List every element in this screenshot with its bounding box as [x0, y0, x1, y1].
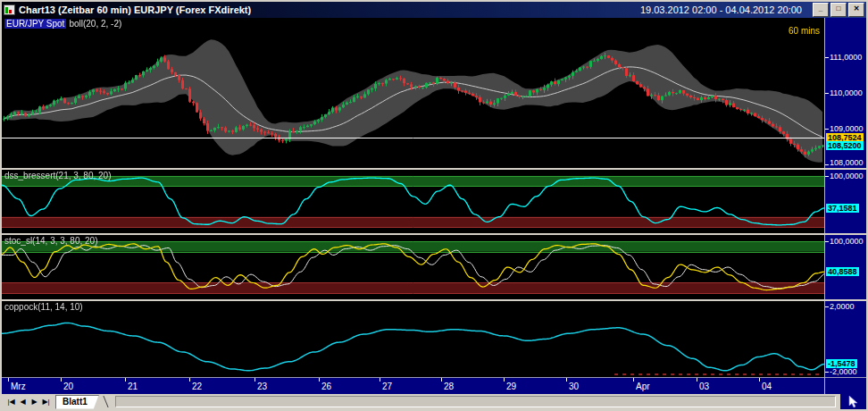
coppock-indicator-label: coppock(11, 14, 10) — [4, 302, 83, 312]
window-title: Chart13 (Zeitbar 60 min) EURJPY (Forex F… — [19, 4, 251, 15]
axis-tick-label: 100,0000 — [830, 237, 864, 246]
time-axis-label: 23 — [257, 382, 267, 391]
axis-tickmark — [825, 164, 829, 165]
time-tickmark — [255, 378, 255, 382]
time-tickmark — [759, 378, 760, 382]
price-series-label: EUR/JPY Spotboll(20, 2, -2) — [4, 19, 121, 29]
time-tickmark — [125, 378, 126, 382]
time-axis-label: 29 — [506, 382, 516, 391]
next-sheet-button[interactable]: ▶ — [29, 395, 40, 408]
axis-tickmark — [825, 372, 829, 373]
maximize-button[interactable]: □ — [830, 3, 847, 17]
time-tickmark — [441, 378, 442, 382]
price-panel-row: EUR/JPY Spotboll(20, 2, -2) 60 mins 111,… — [2, 18, 866, 168]
time-tickmark — [697, 378, 697, 382]
time-tickmark — [8, 378, 9, 382]
time-tickmark — [633, 378, 634, 382]
axis-tickmark — [825, 57, 829, 58]
timeframe-label: 60 mins — [789, 26, 820, 36]
coppock-axis[interactable]: 2,0000-2,0000-1,5478 — [824, 301, 866, 377]
dss-panel-row: dss_bressert(21, 3, 80, 20) 100,000037,1… — [2, 170, 866, 233]
minimize-button[interactable]: _ — [813, 3, 829, 17]
sheet-tab-blatt1[interactable]: Blatt1 — [55, 395, 99, 409]
axis-tickmark — [825, 241, 829, 242]
chart-icon — [4, 4, 15, 15]
time-axis-label: 04 — [762, 382, 772, 391]
stoc-indicator-label: stoc_sl(14, 3, 3, 80, 20) — [4, 236, 98, 246]
time-axis-label: 22 — [192, 382, 202, 391]
coppock-panel-row: coppock(11, 14, 10) 2,0000-2,0000-1,5478 — [2, 301, 866, 377]
bollinger-indicator-label: boll(20, 2, -2) — [69, 19, 121, 29]
time-axis-label: 21 — [128, 382, 138, 391]
cursor-pointer-icon — [848, 396, 859, 408]
time-axis-label: 30 — [569, 382, 579, 391]
stoc-panel-row: stoc_sl(14, 3, 3, 80, 20) 100,000040,858… — [2, 235, 866, 299]
price-chart-canvas[interactable] — [2, 18, 824, 168]
axis-tick-label: 2,0000 — [830, 302, 855, 311]
dss-indicator-label: dss_bressert(21, 3, 80, 20) — [4, 171, 112, 180]
time-tickmark — [319, 378, 320, 382]
axis-tickmark — [825, 176, 829, 177]
axis-tickmark — [825, 93, 829, 94]
axis-tick-label: 111,0000 — [830, 53, 862, 62]
time-axis-label: 28 — [444, 382, 454, 391]
time-axis-label: Apr — [636, 382, 650, 391]
axis-tickmark — [825, 306, 829, 307]
time-axis-row: Mrz202122232627282930Apr0304 — [2, 377, 866, 394]
close-button[interactable]: ✕ — [848, 3, 864, 17]
axis-value-badge: 40,8588 — [826, 267, 859, 276]
time-tickmark — [61, 378, 62, 382]
titlebar[interactable]: Chart13 (Zeitbar 60 min) EURJPY (Forex F… — [2, 2, 866, 18]
time-axis[interactable]: Mrz202122232627282930Apr0304 — [2, 377, 824, 394]
axis-value-badge: -1,5478 — [826, 359, 857, 368]
axis-value-badge: 108,5200 — [826, 141, 864, 150]
tab-edge-divider — [103, 396, 108, 407]
first-sheet-button[interactable]: |◀ — [5, 395, 17, 408]
time-tickmark — [504, 378, 505, 382]
axis-tick-label: 109,0000 — [830, 124, 864, 133]
time-axis-label: 26 — [321, 382, 331, 391]
stoc-axis[interactable]: 100,000040,8588 — [824, 235, 866, 299]
dss-axis[interactable]: 100,000037,1581 — [824, 170, 866, 233]
time-tickmark — [380, 378, 380, 382]
titlebar-date-range: 19.03.2012 02:00 - 04.04.2012 20:00 — [640, 4, 802, 15]
axis-tick-label: 108,0000 — [830, 158, 864, 167]
time-axis-corner — [824, 377, 866, 394]
stochastic-indicator-canvas[interactable] — [2, 235, 824, 299]
instrument-label: EUR/JPY Spot — [4, 19, 66, 29]
time-tickmark — [566, 378, 567, 382]
price-axis[interactable]: 111,0000110,0000109,0000108,0000108,7524… — [824, 18, 866, 168]
chart-window: Chart13 (Zeitbar 60 min) EURJPY (Forex F… — [0, 0, 868, 411]
price-chart-area[interactable]: EUR/JPY Spotboll(20, 2, -2) 60 mins — [2, 18, 824, 168]
pointer-mode-button[interactable] — [840, 394, 866, 409]
time-axis-label: 20 — [63, 382, 73, 391]
axis-value-badge: 37,1581 — [826, 204, 859, 213]
coppock-indicator-canvas[interactable] — [2, 301, 824, 377]
last-sheet-button[interactable]: ▶| — [40, 395, 52, 408]
stoc-chart-area[interactable]: stoc_sl(14, 3, 3, 80, 20) — [2, 235, 824, 299]
time-axis-label: 03 — [699, 382, 709, 391]
time-axis-label: Mrz — [11, 382, 26, 391]
axis-tick-label: 110,0000 — [830, 88, 863, 97]
sheet-tabbar: |◀ ◀ ▶ ▶| Blatt1 — [2, 394, 866, 409]
prev-sheet-button[interactable]: ◀ — [17, 395, 29, 408]
time-axis-label: 27 — [382, 382, 392, 391]
dss-indicator-canvas[interactable] — [2, 170, 824, 233]
dss-chart-area[interactable]: dss_bressert(21, 3, 80, 20) — [2, 170, 824, 233]
time-tickmark — [189, 378, 190, 382]
horizontal-scrollbar[interactable] — [115, 396, 836, 407]
axis-tick-label: 100,0000 — [830, 172, 864, 180]
axis-tickmark — [825, 129, 829, 130]
coppock-chart-area[interactable]: coppock(11, 14, 10) — [2, 301, 824, 377]
